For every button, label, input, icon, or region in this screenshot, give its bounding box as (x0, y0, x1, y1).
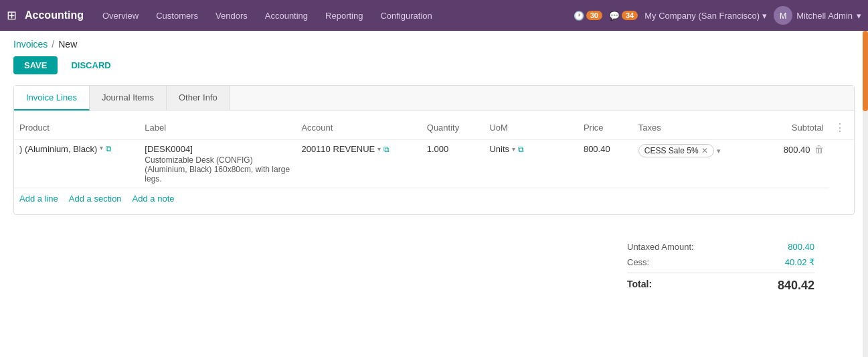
cess-value: 40.02 ₹ (761, 257, 814, 267)
total-label: Total: (627, 279, 665, 293)
product-external-link-icon[interactable]: ⧉ (106, 144, 112, 153)
account-dropdown-icon[interactable]: ▾ (377, 145, 381, 153)
account-external-link-icon[interactable]: ⧉ (383, 145, 389, 154)
uom-value[interactable]: Units (489, 144, 509, 154)
label-cell: [DESK0004] Customizable Desk (CONFIG) (A… (139, 140, 296, 188)
nav-accounting[interactable]: Accounting (262, 9, 311, 22)
product-dropdown-icon[interactable]: ▾ (100, 144, 103, 151)
grand-total-row: Total: 840.42 (627, 273, 814, 295)
untaxed-amount-row: Untaxed Amount: 800.40 (627, 239, 814, 255)
add-row-actions: Add a line Add a section Add a note (14, 188, 854, 209)
totals-section: Untaxed Amount: 800.40 Cess: 40.02 ₹ Tot… (13, 226, 855, 302)
tabs-header: Invoice Lines Journal Items Other Info (14, 86, 854, 111)
topbar-right: 🕐 30 💬 34 My Company (San Francisco) ▾ M… (574, 6, 861, 25)
clock-icon: 🕐 (574, 11, 584, 21)
col-header-subtotal: Subtotal (750, 116, 829, 140)
chat-badge-button[interactable]: 💬 34 (609, 11, 638, 21)
totals-table: Untaxed Amount: 800.40 Cess: 40.02 ₹ Tot… (627, 239, 814, 295)
taxes-dropdown-icon[interactable]: ▾ (717, 147, 721, 155)
tax-tag-remove-icon[interactable]: ✕ (701, 146, 708, 155)
col-header-label: Label (139, 116, 296, 140)
column-settings-icon[interactable]: ⋮ (835, 122, 845, 133)
label-code[interactable]: [DESK0004] (145, 144, 290, 154)
clock-badge-button[interactable]: 🕐 30 (574, 11, 602, 21)
col-header-quantity: Quantity (422, 116, 485, 140)
uom-cell: Units ▾ ⧉ (484, 140, 578, 188)
col-header-uom: UoM (484, 116, 578, 140)
account-value[interactable]: 200110 REVENUE (301, 144, 375, 154)
add-note-button[interactable]: Add a note (133, 194, 175, 204)
breadcrumb: Invoices / New (13, 39, 855, 50)
app-name: Accounting (25, 9, 84, 21)
tax-tag: CESS Sale 5% ✕ (638, 144, 714, 157)
scrollbar-thumb (863, 31, 868, 111)
col-header-price: Price (578, 116, 633, 140)
invoice-table: Product Label Account Quantity UoM (14, 116, 854, 188)
tab-journal-items[interactable]: Journal Items (90, 86, 167, 110)
subtotal-value: 800.40 (784, 145, 810, 155)
subtotal-cell: 800.40 🗑 (750, 140, 829, 188)
nav-links: Overview Customers Vendors Accounting Re… (100, 9, 574, 22)
uom-dropdown-icon[interactable]: ▾ (512, 145, 515, 153)
cess-label: Cess: (627, 257, 663, 267)
quantity-value: 1.000 (427, 144, 449, 154)
user-dropdown-icon: ▾ (857, 11, 861, 21)
label-description[interactable]: Customizable Desk (CONFIG) (Aluminium, B… (145, 155, 290, 184)
company-dropdown-icon: ▾ (762, 11, 767, 21)
add-section-button[interactable]: Add a section (69, 194, 122, 204)
row-delete-icon[interactable]: 🗑 (814, 144, 824, 155)
price-cell[interactable]: 800.40 (578, 140, 633, 188)
grid-icon[interactable]: ⊞ (7, 8, 17, 23)
save-button[interactable]: SAVE (13, 56, 58, 74)
top-navigation: ⊞ Accounting Overview Customers Vendors … (0, 0, 868, 31)
account-cell: 200110 REVENUE ▾ ⧉ (296, 140, 421, 188)
table-row: ) (Aluminium, Black) ▾ ⧉ [DESK0004] Cust… (14, 140, 854, 188)
quantity-cell[interactable]: 1.000 (422, 140, 485, 188)
tab-content: Product Label Account Quantity UoM (14, 111, 854, 214)
taxes-cell: CESS Sale 5% ✕ ▾ (633, 140, 751, 188)
col-header-product: Product (14, 116, 139, 140)
page-content: Invoices / New SAVE DISCARD Invoice Line… (0, 31, 868, 310)
user-name: Mitchell Admin (796, 11, 853, 21)
col-header-taxes: Taxes (633, 116, 751, 140)
company-name: My Company (San Francisco) (644, 11, 760, 21)
col-header-account: Account (296, 116, 421, 140)
nav-overview[interactable]: Overview (100, 9, 141, 22)
breadcrumb-parent[interactable]: Invoices (13, 39, 48, 50)
chat-badge-count: 34 (622, 11, 638, 20)
clock-badge-count: 30 (586, 11, 602, 20)
product-name[interactable]: ) (Aluminium, Black) (19, 144, 97, 154)
user-menu[interactable]: M Mitchell Admin ▾ (774, 6, 861, 25)
nav-configuration[interactable]: Configuration (377, 9, 434, 22)
add-line-button[interactable]: Add a line (19, 194, 58, 204)
discard-button[interactable]: DISCARD (64, 56, 117, 74)
chat-icon: 💬 (609, 11, 620, 21)
tab-container: Invoice Lines Journal Items Other Info P… (13, 85, 855, 215)
breadcrumb-separator: / (52, 39, 54, 50)
tab-other-info[interactable]: Other Info (167, 86, 230, 110)
price-value: 800.40 (584, 144, 610, 154)
action-bar: SAVE DISCARD (13, 56, 855, 74)
untaxed-label: Untaxed Amount: (627, 242, 707, 252)
col-header-actions: ⋮ (829, 116, 855, 140)
product-cell: ) (Aluminium, Black) ▾ ⧉ (14, 140, 139, 188)
tab-invoice-lines[interactable]: Invoice Lines (14, 86, 90, 111)
nav-vendors[interactable]: Vendors (213, 9, 250, 22)
scrollbar[interactable] (863, 31, 868, 310)
nav-customers[interactable]: Customers (153, 9, 201, 22)
avatar: M (774, 6, 792, 25)
tax-tag-label: CESS Sale 5% (644, 146, 699, 155)
cess-row: Cess: 40.02 ₹ (627, 255, 814, 270)
total-value: 840.42 (761, 279, 814, 293)
uom-external-link-icon[interactable]: ⧉ (518, 145, 524, 154)
company-selector[interactable]: My Company (San Francisco) ▾ (644, 11, 767, 21)
breadcrumb-current: New (58, 39, 77, 50)
untaxed-value: 800.40 (761, 242, 814, 252)
nav-reporting[interactable]: Reporting (323, 9, 365, 22)
